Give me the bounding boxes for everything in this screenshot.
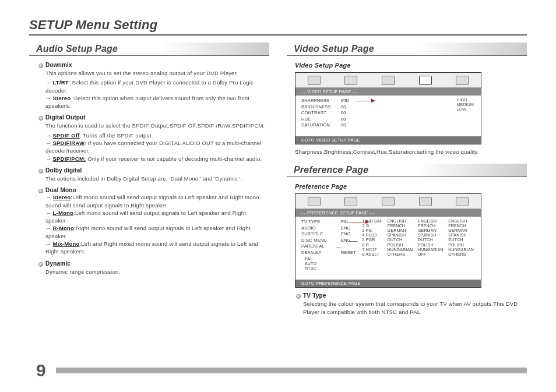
arrow-line: → SPDIF/RAW: If you have connected your …	[45, 139, 269, 155]
page-title: SETUP Menu Setting	[29, 17, 527, 36]
audio-column: Audio Setup Page DownmixThis options all…	[29, 43, 269, 317]
pref-osd-footer: GOTO PREFERENCE PAGE	[295, 280, 481, 287]
video-osd-body: SHARPNESSMIDBRIGHTNESS00CONTRAST00HUE00S…	[295, 96, 481, 136]
arrow-icon: ————▶	[349, 219, 368, 224]
arrow-line: → Mix-Mono:Left and Right mixed mono sou…	[45, 240, 269, 256]
item-desc: Dynamic range compression.	[45, 268, 269, 276]
page-number: 9	[36, 361, 46, 380]
video-section-header: Video Setup Page	[287, 43, 527, 56]
osd-row: HUE00	[301, 116, 475, 123]
tab-icon	[344, 76, 357, 85]
video-osd-panel: - - VIDEO SETUP PAGE - - SHARPNESSMIDBRI…	[295, 72, 481, 144]
video-osd-subtitle: - - VIDEO SETUP PAGE - -	[295, 88, 481, 96]
arrow-line: → L-Mono:Left mono sound will send outpu…	[45, 209, 269, 225]
item-title: Dynamic	[45, 260, 269, 267]
bullet-item: DynamicDynamic range compression.	[40, 260, 269, 276]
pref-osd-subtitle: - - PREFERENCE SETUP PAGE - -	[295, 209, 481, 217]
osd-row: SHARPNESSMID	[301, 98, 475, 104]
video-caption: Sharpness,Brightness,Contrast,Hue,Satura…	[295, 148, 527, 156]
tv-type-desc: Selecting the colour system that corresp…	[303, 300, 527, 316]
item-desc: The function is used to select the SPDIF…	[45, 122, 269, 129]
osd-row: PARENTAL	[301, 243, 358, 250]
osd-tab-bar	[295, 73, 481, 88]
tab-icon	[456, 76, 469, 85]
tab-icon	[456, 197, 469, 206]
tab-icon	[344, 197, 357, 206]
tab-icon	[308, 76, 321, 85]
bullet-item: Digital OutputThe function is used to se…	[40, 114, 269, 162]
arrow-line: → SPDIF/PCM: Only if your receiver is no…	[45, 155, 269, 163]
bullet-item: DownmixThis options allows you to set th…	[40, 62, 269, 110]
tv-type-item: TV Type Selecting the colour system that…	[297, 292, 527, 316]
osd-row: SATURATION00	[301, 122, 475, 129]
osd-row: SUBTITLEENG	[301, 231, 358, 238]
arrow-line: → SPDIF Off: Turns off the SPDIF output.	[45, 132, 269, 139]
tv-type-list: PALAUTONTSC	[305, 257, 316, 271]
page-footer-bar	[56, 368, 527, 373]
arrow-icon: ————▶	[355, 98, 374, 103]
video-subhead: Video Setup Page	[295, 62, 527, 69]
tab-icon	[382, 197, 395, 206]
osd-tab-bar	[295, 194, 481, 209]
tv-type-title: TV Type	[303, 292, 527, 299]
arrow-line: → LT/RT :Select this option if your DVD …	[45, 79, 269, 94]
parental-list: 1 KID SAF2 G3 PG4 PG135 PGR6 R7 NC178 AD…	[362, 219, 382, 256]
item-title: Digital Output	[45, 114, 269, 121]
tab-icon	[382, 76, 395, 85]
pref-osd-body: TV TYPEPALAUDIOENGSUBTITLEENGDISC MENUEN…	[295, 217, 481, 280]
bullet-item: Dolby digitalThe options included in Dol…	[40, 167, 269, 182]
arrow-line: → Stereo:Left mono sound will send outpu…	[45, 193, 269, 209]
preference-osd-panel: - - PREFERENCE SETUP PAGE - - TV TYPEPAL…	[295, 193, 481, 288]
video-osd-footer: GOTO VIDEO SETUP PAGE	[295, 136, 481, 144]
item-title: Dolby digital	[45, 167, 269, 174]
osd-row: DEFAULTRESET	[301, 250, 358, 256]
preference-subhead: Preference Page	[295, 183, 527, 190]
right-column: Video Setup Page Video Setup Page - - VI…	[287, 43, 527, 317]
item-title: Downmix	[45, 62, 269, 68]
item-desc: The options included in Dolby Digital Se…	[45, 175, 269, 182]
osd-row: AUDIOENG	[301, 225, 358, 232]
arrow-line: → Stereo :Select this option when output…	[45, 94, 269, 110]
bullet-item: Dual Mono→ Stereo:Left mono sound will s…	[40, 187, 269, 255]
item-desc: This options allows you to set the stere…	[45, 69, 269, 77]
arrow-line: → R-Mono:Right mono sound will send outp…	[45, 224, 269, 240]
video-osd-side-options: HIGH MEDIUM LOW	[456, 98, 474, 112]
language-list: ENGLISHFRENCHGERMANSPANISHDUTCHPOLISHHUN…	[388, 219, 413, 256]
language-list: ENGLISHFRENCHGERMANSPANISHDUTCHPOLISHHUN…	[418, 219, 444, 256]
arrow-icon: —	[336, 245, 340, 250]
tab-icon	[308, 197, 321, 206]
osd-row: CONTRAST00	[301, 110, 475, 116]
preference-section-header: Preference Page	[287, 164, 527, 177]
item-title: Dual Mono	[45, 187, 269, 193]
tab-icon-active	[419, 76, 432, 85]
language-list: ENGLISHFRENCHGERMANSPANISHDUTCHPOLISHHUN…	[448, 219, 474, 256]
tab-icon	[419, 197, 432, 206]
osd-row: BRIGHTNESS00	[301, 104, 475, 111]
audio-section-header: Audio Setup Page	[29, 43, 269, 56]
arrow-icon: ——	[349, 238, 357, 243]
